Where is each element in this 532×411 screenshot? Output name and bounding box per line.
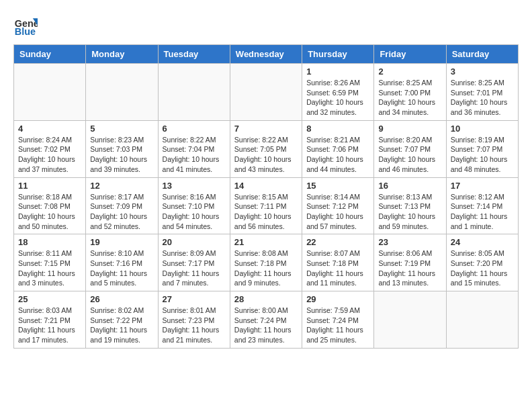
day-info: Sunrise: 8:23 AMSunset: 7:03 PMDaylight:… [90,135,153,175]
day-number: 27 [163,294,226,304]
calendar-cell: 8Sunrise: 8:21 AMSunset: 7:06 PMDaylight… [302,120,374,177]
day-info: Sunrise: 8:13 AMSunset: 7:13 PMDaylight:… [378,192,441,232]
calendar-cell: 9Sunrise: 8:20 AMSunset: 7:07 PMDaylight… [374,120,446,177]
calendar-cell: 19Sunrise: 8:10 AMSunset: 7:16 PMDayligh… [86,234,158,291]
day-info: Sunrise: 8:22 AMSunset: 7:04 PMDaylight:… [163,135,226,175]
day-info: Sunrise: 8:14 AMSunset: 7:12 PMDaylight:… [306,192,369,232]
calendar-week-4: 25Sunrise: 8:03 AMSunset: 7:21 PMDayligh… [14,291,519,349]
calendar-cell: 16Sunrise: 8:13 AMSunset: 7:13 PMDayligh… [374,177,446,234]
day-number: 14 [234,181,298,191]
day-info: Sunrise: 8:21 AMSunset: 7:06 PMDaylight:… [306,135,369,175]
day-number: 18 [18,237,81,247]
day-info: Sunrise: 8:22 AMSunset: 7:05 PMDaylight:… [234,135,298,175]
calendar-table: SundayMondayTuesdayWednesdayThursdayFrid… [13,44,519,349]
calendar-cell: 23Sunrise: 8:06 AMSunset: 7:19 PMDayligh… [374,234,446,291]
day-number: 17 [451,181,514,191]
calendar-cell: 25Sunrise: 8:03 AMSunset: 7:21 PMDayligh… [14,291,86,349]
day-info: Sunrise: 8:08 AMSunset: 7:18 PMDaylight:… [234,248,298,288]
calendar-cell [374,291,446,349]
day-header-thursday: Thursday [302,45,374,64]
day-number: 6 [163,124,226,134]
day-number: 28 [234,294,298,304]
day-info: Sunrise: 8:20 AMSunset: 7:07 PMDaylight:… [378,135,441,175]
day-info: Sunrise: 8:03 AMSunset: 7:21 PMDaylight:… [18,306,81,345]
day-info: Sunrise: 8:00 AMSunset: 7:24 PMDaylight:… [234,306,298,345]
day-info: Sunrise: 8:12 AMSunset: 7:14 PMDaylight:… [451,192,514,232]
calendar-cell: 10Sunrise: 8:19 AMSunset: 7:07 PMDayligh… [446,120,518,177]
day-number: 22 [306,237,369,247]
day-info: Sunrise: 8:25 AMSunset: 7:01 PMDaylight:… [451,78,514,118]
day-number: 11 [18,181,81,191]
day-info: Sunrise: 8:25 AMSunset: 7:00 PMDaylight:… [378,78,441,118]
day-number: 25 [18,294,81,304]
calendar-cell: 27Sunrise: 8:01 AMSunset: 7:23 PMDayligh… [158,291,230,349]
calendar-cell [86,64,158,121]
calendar-cell: 7Sunrise: 8:22 AMSunset: 7:05 PMDaylight… [230,120,302,177]
calendar-cell: 12Sunrise: 8:17 AMSunset: 7:09 PMDayligh… [86,177,158,234]
day-number: 3 [451,66,514,77]
day-info: Sunrise: 8:05 AMSunset: 7:20 PMDaylight:… [451,248,514,288]
day-info: Sunrise: 8:10 AMSunset: 7:16 PMDaylight:… [90,248,153,288]
day-info: Sunrise: 8:26 AMSunset: 6:59 PMDaylight:… [306,78,369,118]
day-number: 1 [306,66,369,77]
day-info: Sunrise: 8:06 AMSunset: 7:19 PMDaylight:… [378,248,441,288]
day-number: 23 [378,237,441,247]
day-number: 4 [18,124,81,134]
day-number: 20 [163,237,226,247]
day-header-saturday: Saturday [446,45,518,64]
day-number: 10 [451,124,514,134]
day-header-monday: Monday [86,45,158,64]
calendar-week-1: 4Sunrise: 8:24 AMSunset: 7:02 PMDaylight… [14,120,519,177]
day-number: 8 [306,124,369,134]
day-header-friday: Friday [374,45,446,64]
calendar-cell: 26Sunrise: 8:02 AMSunset: 7:22 PMDayligh… [86,291,158,349]
day-number: 9 [378,124,441,134]
day-number: 26 [90,294,153,304]
calendar-cell: 15Sunrise: 8:14 AMSunset: 7:12 PMDayligh… [302,177,374,234]
page-header: General Blue [13,13,519,38]
day-number: 5 [90,124,153,134]
calendar-cell: 1Sunrise: 8:26 AMSunset: 6:59 PMDaylight… [302,64,374,121]
calendar-cell: 4Sunrise: 8:24 AMSunset: 7:02 PMDaylight… [14,120,86,177]
calendar-week-2: 11Sunrise: 8:18 AMSunset: 7:08 PMDayligh… [14,177,519,234]
calendar-header-row: SundayMondayTuesdayWednesdayThursdayFrid… [14,45,519,64]
calendar-cell: 3Sunrise: 8:25 AMSunset: 7:01 PMDaylight… [446,64,518,121]
day-number: 12 [90,181,153,191]
day-number: 21 [234,237,298,247]
logo-icon: General Blue [13,13,38,38]
calendar-cell: 5Sunrise: 8:23 AMSunset: 7:03 PMDaylight… [86,120,158,177]
day-info: Sunrise: 8:17 AMSunset: 7:09 PMDaylight:… [90,192,153,232]
day-info: Sunrise: 7:59 AMSunset: 7:24 PMDaylight:… [306,306,369,345]
calendar-cell: 28Sunrise: 8:00 AMSunset: 7:24 PMDayligh… [230,291,302,349]
day-number: 19 [90,237,153,247]
day-info: Sunrise: 8:01 AMSunset: 7:23 PMDaylight:… [163,306,226,345]
calendar-cell [14,64,86,121]
day-number: 29 [306,294,369,304]
calendar-cell [230,64,302,121]
calendar-cell [446,291,518,349]
calendar-cell: 14Sunrise: 8:15 AMSunset: 7:11 PMDayligh… [230,177,302,234]
day-number: 13 [163,181,226,191]
calendar-cell: 21Sunrise: 8:08 AMSunset: 7:18 PMDayligh… [230,234,302,291]
day-number: 7 [234,124,298,134]
day-number: 16 [378,181,441,191]
day-info: Sunrise: 8:02 AMSunset: 7:22 PMDaylight:… [90,306,153,345]
day-header-tuesday: Tuesday [158,45,230,64]
calendar-cell: 13Sunrise: 8:16 AMSunset: 7:10 PMDayligh… [158,177,230,234]
day-info: Sunrise: 8:19 AMSunset: 7:07 PMDaylight:… [451,135,514,175]
day-info: Sunrise: 8:16 AMSunset: 7:10 PMDaylight:… [163,192,226,232]
calendar-cell: 20Sunrise: 8:09 AMSunset: 7:17 PMDayligh… [158,234,230,291]
calendar-cell [158,64,230,121]
day-number: 24 [451,237,514,247]
day-number: 15 [306,181,369,191]
day-info: Sunrise: 8:18 AMSunset: 7:08 PMDaylight:… [18,192,81,232]
calendar-cell: 2Sunrise: 8:25 AMSunset: 7:00 PMDaylight… [374,64,446,121]
day-info: Sunrise: 8:15 AMSunset: 7:11 PMDaylight:… [234,192,298,232]
calendar-cell: 24Sunrise: 8:05 AMSunset: 7:20 PMDayligh… [446,234,518,291]
calendar-cell: 11Sunrise: 8:18 AMSunset: 7:08 PMDayligh… [14,177,86,234]
day-info: Sunrise: 8:24 AMSunset: 7:02 PMDaylight:… [18,135,81,175]
calendar-cell: 18Sunrise: 8:11 AMSunset: 7:15 PMDayligh… [14,234,86,291]
calendar-cell: 22Sunrise: 8:07 AMSunset: 7:18 PMDayligh… [302,234,374,291]
day-number: 2 [378,66,441,77]
day-info: Sunrise: 8:07 AMSunset: 7:18 PMDaylight:… [306,248,369,288]
